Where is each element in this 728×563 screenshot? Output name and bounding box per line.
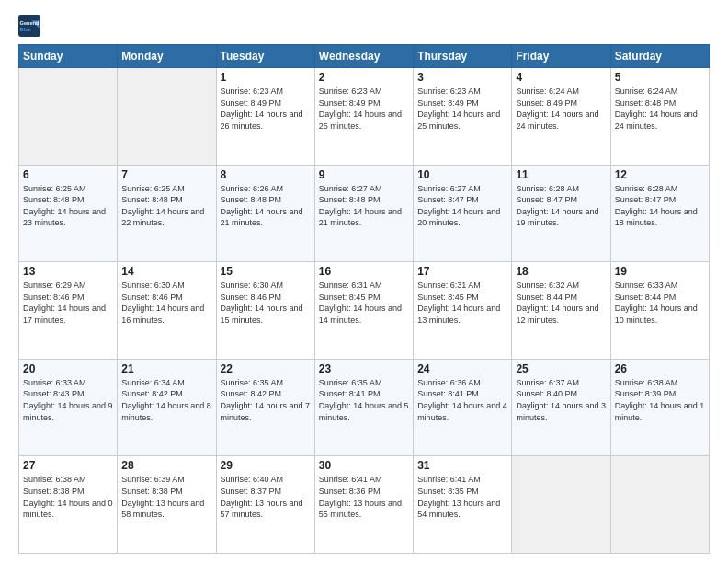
cell-sunset: Sunset: 8:38 PM — [121, 487, 183, 496]
day-number: 17 — [417, 265, 507, 278]
cell-sunrise: Sunrise: 6:35 AM — [319, 378, 382, 387]
cell-daylight: Daylight: 14 hours and 25 minutes. — [417, 109, 500, 131]
cell-daylight: Daylight: 14 hours and 26 minutes. — [221, 109, 303, 131]
calendar-cell: 25 Sunrise: 6:37 AM Sunset: 8:40 PM Dayl… — [512, 359, 610, 456]
day-number: 24 — [417, 362, 507, 375]
cell-daylight: Daylight: 13 hours and 58 minutes. — [121, 499, 204, 520]
calendar-cell — [118, 68, 216, 166]
cell-sunrise: Sunrise: 6:38 AM — [615, 378, 678, 387]
cell-sunset: Sunset: 8:49 PM — [221, 98, 282, 108]
day-number: 31 — [417, 459, 507, 472]
cell-sunrise: Sunrise: 6:38 AM — [23, 475, 86, 484]
cell-daylight: Daylight: 13 hours and 54 minutes. — [417, 499, 500, 520]
cell-sunset: Sunset: 8:47 PM — [417, 195, 479, 204]
cell-sunset: Sunset: 8:44 PM — [615, 293, 677, 302]
cell-daylight: Daylight: 14 hours and 23 minutes. — [23, 207, 106, 228]
day-number: 21 — [121, 362, 211, 375]
day-number: 6 — [23, 168, 113, 181]
cell-daylight: Daylight: 14 hours and 14 minutes. — [319, 304, 402, 325]
cell-daylight: Daylight: 14 hours and 21 minutes. — [319, 207, 402, 228]
weekday-header: Friday — [512, 45, 610, 68]
cell-daylight: Daylight: 14 hours and 19 minutes. — [516, 207, 598, 228]
calendar-week-row: 1 Sunrise: 6:23 AM Sunset: 8:49 PM Dayli… — [19, 68, 710, 166]
cell-sunset: Sunset: 8:48 PM — [23, 195, 85, 204]
cell-sunset: Sunset: 8:40 PM — [516, 389, 577, 398]
day-number: 4 — [516, 71, 606, 84]
day-number: 26 — [615, 362, 705, 375]
cell-sunrise: Sunrise: 6:23 AM — [221, 86, 284, 96]
calendar-cell: 20 Sunrise: 6:33 AM Sunset: 8:43 PM Dayl… — [19, 359, 118, 456]
calendar-cell: 1 Sunrise: 6:23 AM Sunset: 8:49 PM Dayli… — [216, 68, 314, 166]
cell-sunrise: Sunrise: 6:29 AM — [23, 281, 86, 290]
cell-sunrise: Sunrise: 6:35 AM — [221, 378, 284, 387]
calendar-cell: 24 Sunrise: 6:36 AM Sunset: 8:41 PM Dayl… — [414, 359, 512, 456]
cell-sunset: Sunset: 8:41 PM — [417, 389, 479, 398]
day-number: 23 — [319, 362, 409, 375]
cell-daylight: Daylight: 14 hours and 0 minutes. — [23, 499, 113, 520]
cell-sunrise: Sunrise: 6:30 AM — [221, 281, 284, 290]
calendar-cell: 23 Sunrise: 6:35 AM Sunset: 8:41 PM Dayl… — [314, 359, 413, 456]
cell-daylight: Daylight: 14 hours and 7 minutes. — [221, 401, 311, 422]
cell-sunrise: Sunrise: 6:25 AM — [23, 184, 86, 193]
cell-sunrise: Sunrise: 6:41 AM — [417, 475, 481, 484]
cell-daylight: Daylight: 14 hours and 5 minutes. — [319, 401, 409, 422]
day-number: 19 — [615, 265, 705, 278]
calendar-cell: 3 Sunrise: 6:23 AM Sunset: 8:49 PM Dayli… — [414, 68, 512, 166]
day-number: 15 — [221, 265, 311, 278]
weekday-header: Tuesday — [216, 45, 314, 68]
calendar-cell: 21 Sunrise: 6:34 AM Sunset: 8:42 PM Dayl… — [118, 359, 216, 456]
cell-sunrise: Sunrise: 6:31 AM — [319, 281, 382, 290]
cell-sunrise: Sunrise: 6:28 AM — [615, 184, 678, 193]
cell-daylight: Daylight: 14 hours and 24 minutes. — [516, 109, 598, 131]
cell-sunrise: Sunrise: 6:31 AM — [417, 281, 481, 290]
cell-sunrise: Sunrise: 6:37 AM — [516, 378, 579, 387]
calendar-cell: 4 Sunrise: 6:24 AM Sunset: 8:49 PM Dayli… — [512, 68, 610, 166]
cell-sunset: Sunset: 8:38 PM — [23, 487, 85, 496]
calendar-cell — [610, 456, 709, 554]
day-number: 18 — [516, 265, 606, 278]
calendar-cell: 31 Sunrise: 6:41 AM Sunset: 8:35 PM Dayl… — [414, 456, 512, 554]
calendar-header-row: SundayMondayTuesdayWednesdayThursdayFrid… — [19, 45, 710, 68]
weekday-header: Monday — [118, 45, 216, 68]
calendar-cell: 30 Sunrise: 6:41 AM Sunset: 8:36 PM Dayl… — [314, 456, 413, 554]
cell-sunrise: Sunrise: 6:23 AM — [319, 86, 382, 96]
cell-sunrise: Sunrise: 6:41 AM — [319, 475, 382, 484]
cell-sunset: Sunset: 8:48 PM — [221, 195, 282, 204]
cell-daylight: Daylight: 13 hours and 57 minutes. — [221, 499, 303, 520]
calendar-cell: 15 Sunrise: 6:30 AM Sunset: 8:46 PM Dayl… — [216, 262, 314, 360]
calendar-cell: 26 Sunrise: 6:38 AM Sunset: 8:39 PM Dayl… — [610, 359, 709, 456]
header: General Blue — [18, 15, 710, 37]
calendar-cell: 11 Sunrise: 6:28 AM Sunset: 8:47 PM Dayl… — [512, 165, 610, 262]
calendar-cell: 18 Sunrise: 6:32 AM Sunset: 8:44 PM Dayl… — [512, 262, 610, 360]
cell-sunrise: Sunrise: 6:28 AM — [516, 184, 579, 193]
calendar-week-row: 6 Sunrise: 6:25 AM Sunset: 8:48 PM Dayli… — [19, 165, 710, 262]
cell-daylight: Daylight: 14 hours and 1 minute. — [615, 401, 705, 422]
logo: General Blue — [18, 15, 40, 37]
cell-daylight: Daylight: 14 hours and 12 minutes. — [516, 304, 598, 325]
cell-daylight: Daylight: 14 hours and 20 minutes. — [417, 207, 500, 228]
day-number: 11 — [516, 168, 606, 181]
cell-sunrise: Sunrise: 6:25 AM — [121, 184, 185, 193]
day-number: 3 — [417, 71, 507, 84]
weekday-header: Thursday — [414, 45, 512, 68]
cell-sunrise: Sunrise: 6:32 AM — [516, 281, 579, 290]
cell-sunrise: Sunrise: 6:26 AM — [221, 184, 284, 193]
cell-sunset: Sunset: 8:46 PM — [121, 293, 183, 302]
cell-sunrise: Sunrise: 6:33 AM — [615, 281, 678, 290]
calendar-cell: 8 Sunrise: 6:26 AM Sunset: 8:48 PM Dayli… — [216, 165, 314, 262]
cell-daylight: Daylight: 14 hours and 3 minutes. — [516, 401, 606, 422]
weekday-header: Sunday — [19, 45, 118, 68]
cell-sunset: Sunset: 8:46 PM — [23, 293, 85, 302]
cell-sunset: Sunset: 8:35 PM — [417, 487, 479, 496]
cell-sunset: Sunset: 8:42 PM — [221, 389, 282, 398]
logo-icon: General Blue — [18, 15, 40, 37]
cell-sunset: Sunset: 8:45 PM — [319, 293, 381, 302]
cell-sunset: Sunset: 8:49 PM — [417, 98, 479, 108]
calendar-week-row: 20 Sunrise: 6:33 AM Sunset: 8:43 PM Dayl… — [19, 359, 710, 456]
cell-daylight: Daylight: 14 hours and 13 minutes. — [417, 304, 500, 325]
cell-sunrise: Sunrise: 6:27 AM — [319, 184, 382, 193]
day-number: 1 — [221, 71, 311, 84]
page: General Blue SundayMondayTuesdayWednesda… — [0, 0, 728, 563]
cell-sunset: Sunset: 8:48 PM — [319, 195, 381, 204]
cell-sunset: Sunset: 8:42 PM — [121, 389, 183, 398]
